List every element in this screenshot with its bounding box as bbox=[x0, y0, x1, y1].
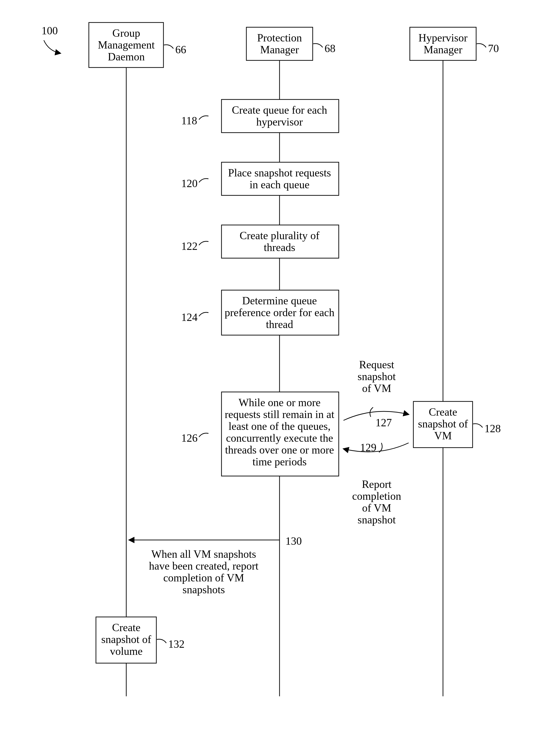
ref-hook-126 bbox=[199, 433, 208, 437]
msg-130-l4: snapshots bbox=[183, 583, 225, 596]
msg-129-l3: of VM bbox=[362, 502, 391, 514]
step-124-l3: thread bbox=[266, 318, 293, 331]
lane-hm-l2: Manager bbox=[424, 44, 462, 56]
step-122-ref: 122 bbox=[181, 240, 198, 252]
msg-127-ref: 127 bbox=[375, 416, 392, 429]
msg-130-l1: When all VM snapshots bbox=[151, 548, 256, 560]
step-124-l2: preference order for each bbox=[225, 307, 334, 319]
ref-hook-118 bbox=[199, 116, 208, 120]
ref-hook-70 bbox=[477, 44, 486, 47]
step-132-l1: Create bbox=[112, 621, 140, 633]
ref-hook-124 bbox=[199, 313, 208, 316]
figure-ref-arrow bbox=[44, 40, 60, 53]
msg-129-l4: snapshot bbox=[358, 514, 396, 526]
step-118-l2: hypervisor bbox=[256, 116, 303, 128]
step-124-ref: 124 bbox=[181, 311, 198, 323]
step-120-l1: Place snapshot requests bbox=[228, 167, 331, 179]
step-128-l1: Create bbox=[429, 406, 457, 418]
msg-127-l3: of VM bbox=[362, 382, 391, 394]
lane-hm-ref: 70 bbox=[488, 42, 499, 54]
step-132-l2: snapshot of bbox=[101, 633, 152, 645]
msg-127-l2: snapshot bbox=[358, 370, 396, 382]
msg-127-l1: Request bbox=[359, 359, 394, 370]
step-126-l5: threads over one or more bbox=[225, 444, 334, 456]
step-126-l3: least one of the queues, bbox=[229, 420, 330, 432]
ref-hook-122 bbox=[199, 241, 208, 245]
ref-hook-128 bbox=[473, 424, 483, 427]
step-128-l3: VM bbox=[434, 429, 452, 442]
lane-gmd-l1: Group bbox=[112, 27, 140, 39]
lane-gmd-ref: 66 bbox=[175, 44, 186, 56]
msg-130-l3: completion of VM bbox=[163, 572, 244, 584]
lane-pm-ref: 68 bbox=[325, 42, 335, 54]
lane-hm-l1: Hypervisor bbox=[419, 32, 468, 44]
ref-hook-120 bbox=[199, 179, 208, 182]
step-128-l2: snapshot of bbox=[418, 418, 468, 430]
step-120-l2: in each queue bbox=[250, 179, 310, 191]
msg-130-l2: have been created, report bbox=[149, 560, 258, 572]
lane-pm-l2: Manager bbox=[260, 44, 299, 56]
ref-hook-68 bbox=[313, 44, 323, 47]
lane-pm-l1: Protection bbox=[257, 32, 302, 44]
step-126-l2: requests still remain in at bbox=[225, 408, 334, 420]
step-132-ref: 132 bbox=[168, 638, 185, 650]
step-126-ref: 126 bbox=[181, 432, 198, 444]
step-128-ref: 128 bbox=[484, 422, 501, 434]
step-118-l1: Create queue for each bbox=[232, 104, 327, 116]
lane-gmd-l3: Daemon bbox=[108, 51, 145, 63]
lane-gmd-l2: Management bbox=[98, 39, 155, 51]
step-122-l2: threads bbox=[264, 241, 295, 254]
step-132-l3: volume bbox=[110, 645, 143, 657]
step-124-l1: Determine queue bbox=[242, 295, 317, 307]
step-118-ref: 118 bbox=[181, 115, 197, 127]
step-126-l4: concurrently execute the bbox=[226, 432, 333, 444]
msg-130-ref: 130 bbox=[285, 535, 302, 547]
step-126-l6: time periods bbox=[253, 456, 307, 468]
msg-129-ref: 129 bbox=[360, 441, 376, 453]
figure-ref: 100 bbox=[41, 25, 58, 37]
msg-129-l1: Report bbox=[362, 478, 391, 490]
step-126-l1: While one or more bbox=[239, 396, 321, 408]
step-122-l1: Create plurality of bbox=[239, 230, 320, 242]
msg-129-l2: completion bbox=[352, 490, 401, 502]
step-120-ref: 120 bbox=[181, 177, 198, 190]
ref-hook-66 bbox=[164, 45, 173, 49]
ref-hook-132 bbox=[157, 639, 166, 643]
